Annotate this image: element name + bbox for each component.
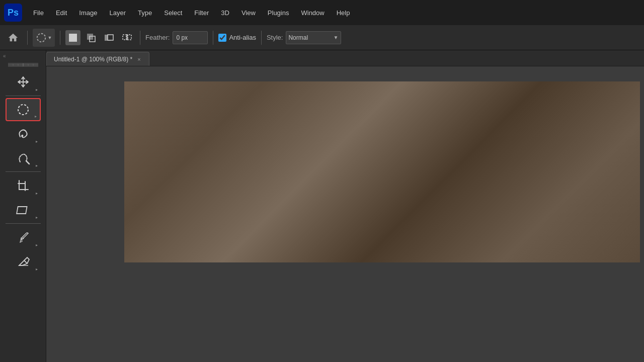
menu-select[interactable]: Select [159, 6, 187, 20]
move-tool-icon [16, 75, 30, 89]
svg-rect-7 [126, 35, 128, 40]
crop-tool-btn[interactable]: ▸ [6, 174, 41, 197]
elliptical-marquee-icon [16, 103, 30, 117]
eyedropper-badge: ▸ [36, 243, 38, 247]
ps-logo: Ps [4, 4, 22, 22]
intersect-selection-icon [122, 33, 132, 43]
elliptical-marquee-badge: ▸ [35, 114, 37, 119]
menu-bar: Ps File Edit Image Layer Type Select Fil… [0, 0, 644, 25]
menu-file[interactable]: File [28, 6, 49, 20]
divider-1 [27, 31, 28, 45]
feather-label: Feather: [145, 34, 170, 41]
collapse-dots: « [3, 53, 7, 59]
perspective-crop-icon [16, 203, 30, 217]
divider-4 [213, 31, 213, 45]
document-tab-close[interactable]: × [136, 56, 141, 63]
selection-subtract-btn[interactable] [102, 30, 117, 45]
menu-edit[interactable]: Edit [51, 6, 72, 20]
style-dropdown-wrapper: Normal Fixed Ratio Fixed Size ▼ [286, 31, 341, 44]
canvas-image[interactable] [124, 81, 640, 262]
svg-point-15 [18, 105, 28, 115]
crop-tool-badge: ▸ [36, 191, 38, 196]
divider-5 [261, 31, 262, 45]
elliptical-marquee-tool-btn[interactable]: ▸ [6, 98, 41, 121]
quick-selection-badge: ▸ [36, 163, 38, 168]
menu-layer[interactable]: Layer [105, 6, 131, 20]
menu-image[interactable]: Image [74, 6, 102, 20]
toolbar-sep-3 [6, 223, 41, 224]
feather-input[interactable] [173, 31, 208, 44]
lasso-tool-icon [16, 127, 30, 141]
add-selection-icon [86, 33, 96, 43]
ellipse-marquee-options[interactable]: ▼ [33, 29, 55, 47]
eyedropper-tool-btn[interactable]: ▸ [6, 226, 41, 249]
menu-window[interactable]: Window [296, 6, 329, 20]
svg-rect-1 [87, 34, 93, 40]
crop-tool-icon [16, 178, 30, 193]
lasso-tool-btn[interactable]: ▸ [6, 122, 41, 145]
move-tool-badge: ▸ [36, 87, 38, 92]
svg-line-16 [26, 161, 29, 164]
lasso-tool-badge: ▸ [36, 139, 38, 144]
new-selection-icon [69, 34, 77, 42]
selection-add-btn[interactable] [84, 30, 99, 45]
quick-selection-icon [16, 151, 30, 165]
options-bar: ▼ Feather: Anti-alias Style: [0, 25, 644, 50]
eyedropper-icon [16, 230, 30, 244]
toolbar-ruler [6, 62, 41, 68]
menu-filter[interactable]: Filter [189, 6, 214, 20]
selection-new-btn[interactable] [65, 30, 80, 45]
divider-3 [140, 31, 140, 45]
menu-type[interactable]: Type [133, 6, 157, 20]
divider-2 [60, 31, 60, 45]
style-select[interactable]: Normal Fixed Ratio Fixed Size [286, 31, 341, 44]
subtract-selection-icon [104, 33, 114, 43]
perspective-crop-tool-btn[interactable]: ▸ [6, 198, 41, 221]
tool-dropdown-arrow: ▼ [48, 35, 52, 40]
move-tool-btn[interactable]: ▸ [6, 70, 41, 94]
menu-help[interactable]: Help [332, 6, 355, 20]
anti-alias-toggle[interactable]: Anti-alias [218, 34, 256, 42]
document-tab[interactable]: Untitled-1 @ 100% (RGB/8) * × [46, 52, 149, 66]
document-tab-title: Untitled-1 @ 100% (RGB/8) * [54, 56, 132, 63]
anti-alias-label: Anti-alias [229, 34, 256, 41]
perspective-crop-badge: ▸ [36, 215, 38, 220]
svg-point-19 [22, 238, 24, 239]
menu-3d[interactable]: 3D [216, 6, 234, 20]
menu-plugins[interactable]: Plugins [263, 6, 294, 20]
home-button[interactable] [4, 29, 22, 47]
eraser-badge: ▸ [36, 267, 38, 272]
menu-view[interactable]: View [236, 6, 261, 20]
svg-point-0 [37, 33, 45, 42]
style-label: Style: [267, 34, 283, 41]
toolbar-sep-2 [6, 171, 41, 172]
svg-rect-17 [17, 207, 27, 214]
anti-alias-checkbox[interactable] [218, 34, 226, 42]
eraser-tool-btn[interactable]: ▸ [6, 250, 41, 273]
svg-rect-4 [108, 35, 113, 40]
eraser-icon [16, 254, 30, 268]
canvas-wrapper[interactable] [46, 66, 644, 362]
selection-intersect-btn[interactable] [120, 30, 135, 45]
toolbar: « ▸ ▸ [0, 50, 46, 362]
tab-bar: Untitled-1 @ 100% (RGB/8) * × [46, 50, 644, 66]
quick-selection-tool-btn[interactable]: ▸ [6, 146, 41, 169]
canvas-area: Untitled-1 @ 100% (RGB/8) * × [46, 50, 644, 362]
main-area: « ▸ ▸ [0, 50, 644, 362]
toolbar-collapse-btn[interactable]: « [0, 52, 46, 60]
toolbar-sep-1 [6, 96, 41, 96]
